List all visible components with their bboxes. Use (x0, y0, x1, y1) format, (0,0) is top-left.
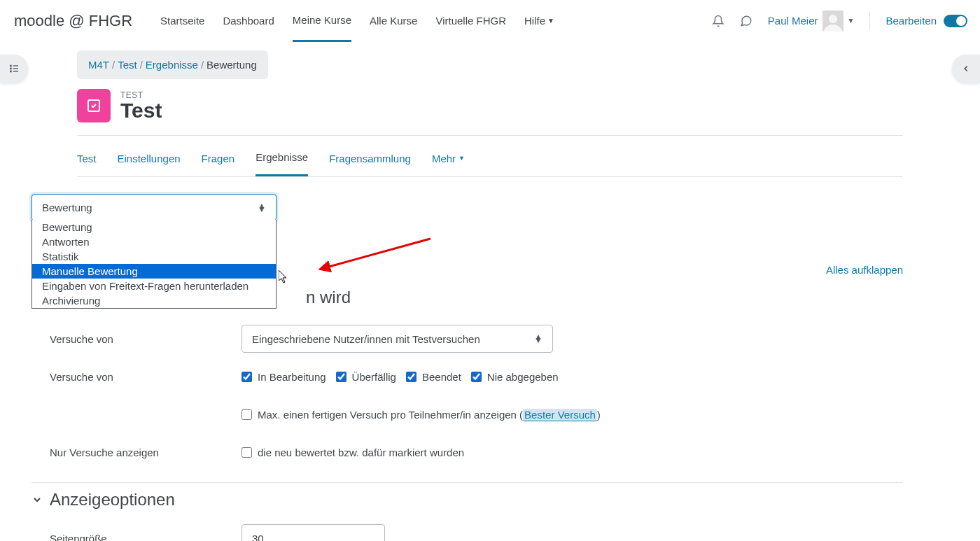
option-antworten[interactable]: Antworten (32, 234, 276, 249)
breadcrumb: M4T / Test / Ergebnisse / Bewertung (77, 50, 268, 79)
svg-rect-3 (13, 68, 18, 69)
checkbox-finished[interactable]: Beendet (406, 371, 461, 383)
switch-on-icon (944, 15, 967, 27)
option-statistik[interactable]: Statistik (32, 249, 276, 264)
annotation-arrow-icon (318, 234, 438, 290)
tab-test[interactable]: Test (77, 140, 97, 176)
expand-all-link[interactable]: Alles aufklappen (826, 264, 903, 276)
label-seitengroesse: Seitengröße (31, 533, 241, 542)
svg-rect-5 (13, 71, 18, 71)
nav-dashboard[interactable]: Dashboard (223, 0, 274, 42)
option-freitext-download[interactable]: Eingaben von Freitext-Fragen herunterlad… (32, 279, 276, 293)
section-head-display[interactable]: Anzeigeoptionen (31, 490, 903, 510)
max-one-text: Max. einen fertigen Versuch pro Teilnehm… (258, 409, 601, 421)
report-select-listbox[interactable]: Bewertung Antworten Statistik Manuelle B… (31, 220, 276, 309)
label-versuche-status: Versuche von (31, 371, 241, 383)
chat-icon[interactable] (740, 15, 752, 27)
edit-mode-label: Bearbeiten (886, 15, 937, 27)
label-nur-versuche: Nur Versuche anzeigen (31, 447, 241, 458)
tab-ergebnisse[interactable]: Ergebnisse (255, 140, 308, 176)
divider (869, 12, 870, 30)
edit-mode-toggle[interactable]: Bearbeiten (886, 15, 967, 27)
navbar: moodle @ FHGR Startseite Dashboard Meine… (0, 0, 980, 42)
avatar (822, 10, 844, 31)
user-name: Paul Meier (768, 15, 818, 27)
tab-mehr[interactable]: Mehr ▼ (432, 140, 465, 176)
breadcrumb-bewertung: Bewertung (206, 59, 257, 71)
tab-fragensammlung[interactable]: Fragensammlung (329, 140, 411, 176)
label-versuche-von: Versuche von (31, 333, 241, 345)
chevron-down-icon (31, 494, 43, 505)
chevron-down-icon: ▼ (458, 155, 465, 162)
nav-right: Paul Meier ▼ Bearbeiten (712, 10, 967, 31)
checkbox-only-regraded[interactable] (241, 447, 252, 458)
nav-virtuelle[interactable]: Virtuelle FHGR (435, 0, 506, 42)
cursor-icon (279, 270, 289, 284)
checkbox-overdue[interactable]: Überfällig (336, 371, 396, 383)
svg-rect-0 (10, 65, 12, 67)
right-drawer-toggle[interactable] (952, 55, 980, 83)
breadcrumb-m4t[interactable]: M4T (88, 59, 109, 71)
tab-einstellungen[interactable]: Einstellungen (118, 140, 181, 176)
main-nav: Startseite Dashboard Meine Kurse Alle Ku… (160, 0, 554, 42)
chevron-down-icon: ▼ (547, 17, 554, 24)
svg-rect-1 (13, 65, 18, 66)
quiz-icon (77, 89, 111, 122)
report-select[interactable]: Bewertung ▲▼ (31, 194, 276, 221)
option-archivierung[interactable]: Archivierung (32, 293, 276, 308)
nav-hilfe[interactable]: Hilfe ▼ (524, 0, 554, 42)
nav-alle-kurse[interactable]: Alle Kurse (370, 0, 417, 42)
breadcrumb-ergebnisse[interactable]: Ergebnisse (146, 59, 198, 71)
attempts-from-select[interactable]: Eingeschriebene Nutzer/innen mit Testver… (241, 325, 553, 353)
nav-startseite[interactable]: Startseite (160, 0, 204, 42)
checkbox-notgiven[interactable]: Nie abgegeben (471, 371, 559, 383)
tab-mehr-label: Mehr (432, 153, 456, 164)
page-size-input[interactable]: 30 (241, 524, 385, 541)
page-title: Test (120, 100, 162, 121)
tab-fragen[interactable]: Fragen (202, 140, 235, 176)
option-bewertung[interactable]: Bewertung (32, 220, 276, 234)
checkbox-inprogress[interactable]: In Bearbeitung (241, 371, 326, 383)
user-menu[interactable]: Paul Meier ▼ (768, 10, 855, 31)
left-drawer-toggle[interactable] (0, 55, 28, 83)
checkbox-max-one[interactable] (241, 409, 252, 420)
link-bester-versuch[interactable]: Bester Versuch (523, 409, 597, 421)
sort-icon: ▲▼ (534, 335, 542, 342)
only-show-text: die neu bewertet bzw. dafür markiert wur… (258, 447, 464, 458)
sort-icon: ▲▼ (258, 204, 266, 211)
section-head-partial: n wird (306, 288, 903, 307)
chevron-down-icon: ▼ (848, 17, 855, 24)
nav-hilfe-label: Hilfe (524, 15, 545, 27)
svg-rect-2 (10, 68, 12, 70)
brand[interactable]: moodle @ FHGR (14, 12, 132, 30)
svg-rect-4 (10, 71, 12, 73)
attempts-from-value: Eingeschriebene Nutzer/innen mit Testver… (252, 333, 480, 345)
quiz-tabs: Test Einstellungen Fragen Ergebnisse Fra… (77, 140, 903, 177)
breadcrumb-test[interactable]: Test (118, 59, 137, 71)
bell-icon[interactable] (712, 15, 724, 27)
report-select-value: Bewertung (42, 202, 92, 213)
svg-line-7 (324, 239, 430, 268)
option-manuelle-bewertung[interactable]: Manuelle Bewertung (32, 264, 276, 279)
nav-meine-kurse[interactable]: Meine Kurse (293, 0, 351, 42)
title-row: TEST Test (77, 89, 903, 136)
